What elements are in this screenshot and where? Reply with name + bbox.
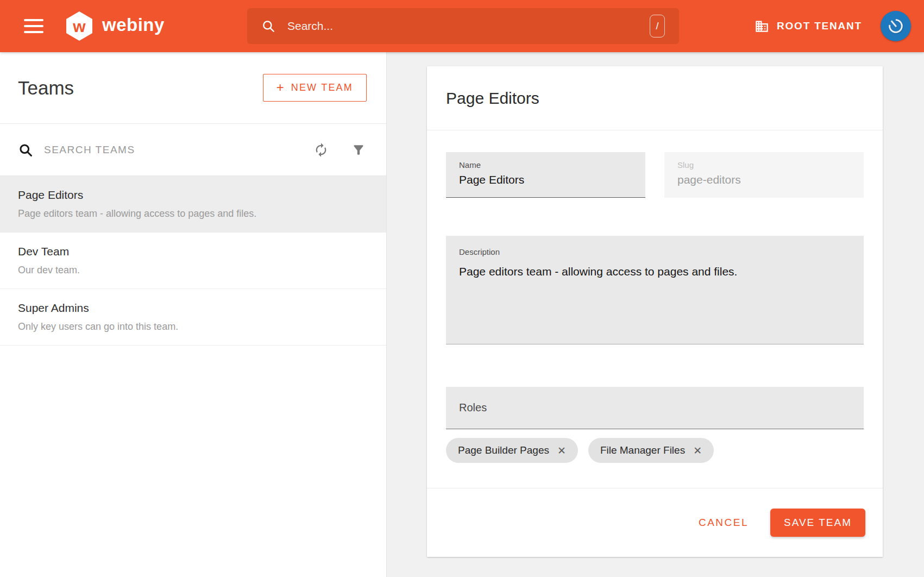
- plus-icon: +: [276, 80, 284, 95]
- roles-field[interactable]: Roles: [446, 387, 864, 429]
- brand-name: webiny: [102, 15, 165, 35]
- search-teams-icon: [18, 142, 33, 158]
- webiny-logo-icon[interactable]: w: [64, 11, 95, 41]
- filter-icon[interactable]: [351, 143, 366, 157]
- team-list-item-page-editors[interactable]: Page Editors Page editors team - allowin…: [0, 176, 386, 233]
- roles-chips: Page Builder Pages ✕ File Manager Files …: [446, 438, 864, 463]
- cancel-button[interactable]: CANCEL: [699, 517, 749, 529]
- tenant-selector[interactable]: ROOT TENANT: [777, 20, 862, 32]
- roles-label: Roles: [459, 402, 487, 414]
- user-avatar[interactable]: [881, 11, 911, 41]
- tenant-building-icon: [755, 19, 769, 34]
- slash-shortcut-badge: /: [650, 15, 665, 37]
- svg-text:w: w: [72, 17, 86, 35]
- team-form-card: Page Editors Name Slug Description Page …: [427, 66, 883, 557]
- description-label: Description: [459, 247, 851, 256]
- slug-label: Slug: [677, 160, 851, 170]
- role-chip-page-builder-pages[interactable]: Page Builder Pages ✕: [446, 438, 578, 463]
- slug-input: [677, 173, 851, 186]
- slug-field: Slug: [664, 152, 864, 198]
- name-label: Name: [459, 160, 632, 170]
- name-input[interactable]: [459, 173, 632, 186]
- form-title: Page Editors: [446, 89, 539, 108]
- global-search-bar[interactable]: /: [247, 8, 679, 44]
- global-search-input[interactable]: [287, 20, 650, 33]
- new-team-button[interactable]: + NEW TEAM: [263, 74, 367, 102]
- remove-role-icon[interactable]: ✕: [557, 446, 566, 456]
- search-teams-input[interactable]: [44, 144, 313, 156]
- remove-role-icon[interactable]: ✕: [693, 446, 702, 456]
- team-list-item-super-admins[interactable]: Super Admins Only key users can go into …: [0, 289, 386, 346]
- refresh-icon[interactable]: [313, 142, 329, 158]
- teams-list-panel: Teams + NEW TEAM Page Editors Page edito…: [0, 52, 387, 577]
- power-icon: [883, 13, 909, 39]
- page-title: Teams: [18, 77, 74, 99]
- description-input[interactable]: Page editors team - allowing access to p…: [459, 265, 851, 336]
- description-field[interactable]: Description Page editors team - allowing…: [446, 236, 864, 344]
- details-area: Page Editors Name Slug Description Page …: [387, 52, 924, 577]
- name-field[interactable]: Name: [446, 152, 645, 198]
- menu-icon[interactable]: [24, 19, 43, 33]
- role-chip-file-manager-files[interactable]: File Manager Files ✕: [588, 438, 714, 463]
- team-list-item-dev-team[interactable]: Dev Team Our dev team.: [0, 233, 386, 289]
- app-header: w webiny / ROOT TENANT: [0, 0, 924, 52]
- save-team-button[interactable]: SAVE TEAM: [770, 509, 865, 537]
- search-icon: [261, 19, 275, 33]
